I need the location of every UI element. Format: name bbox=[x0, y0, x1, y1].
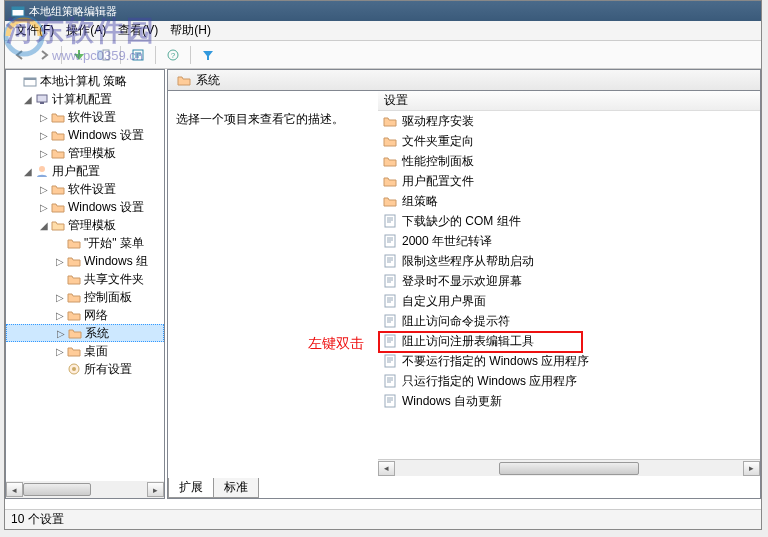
main-window: 本地组策略编辑器 文件(F) 操作(A) 查看(V) 帮助(H) ? 本地计算机… bbox=[4, 0, 762, 530]
list-item[interactable]: 自定义用户界面 bbox=[378, 291, 760, 311]
tree-shared[interactable]: 共享文件夹 bbox=[6, 270, 164, 288]
svg-rect-23 bbox=[385, 375, 395, 387]
tree-ctrl[interactable]: ▷控制面板 bbox=[6, 288, 164, 306]
list-item[interactable]: 文件夹重定向 bbox=[378, 131, 760, 151]
toolbar: ? bbox=[5, 41, 761, 69]
list-item[interactable]: 阻止访问命令提示符 bbox=[378, 311, 760, 331]
label: 系统 bbox=[85, 325, 109, 342]
svg-rect-11 bbox=[40, 102, 44, 104]
up-button[interactable] bbox=[70, 46, 88, 64]
svg-rect-4 bbox=[103, 50, 109, 60]
filter-button[interactable] bbox=[199, 46, 217, 64]
tab-extended[interactable]: 扩展 bbox=[168, 478, 214, 498]
list-item[interactable]: 登录时不显示欢迎屏幕 bbox=[378, 271, 760, 291]
tree-desktop[interactable]: ▷桌面 bbox=[6, 342, 164, 360]
label: 共享文件夹 bbox=[84, 271, 144, 288]
menu-view[interactable]: 查看(V) bbox=[112, 22, 164, 39]
label: 管理模板 bbox=[68, 145, 116, 162]
label: Windows 设置 bbox=[68, 127, 144, 144]
tree-pane: 本地计算机 策略 ◢计算机配置 ▷软件设置 ▷Windows 设置 ▷管理模板 … bbox=[5, 69, 165, 499]
svg-rect-15 bbox=[385, 215, 395, 227]
statusbar: 10 个设置 bbox=[5, 509, 761, 529]
label: 管理模板 bbox=[68, 217, 116, 234]
menubar: 文件(F) 操作(A) 查看(V) 帮助(H) bbox=[5, 21, 761, 41]
annotation-text: 左键双击 bbox=[308, 335, 364, 353]
list-item[interactable]: Windows 自动更新 bbox=[378, 391, 760, 411]
policy-icon bbox=[382, 353, 398, 369]
svg-rect-18 bbox=[385, 275, 395, 287]
policy-icon bbox=[382, 293, 398, 309]
label: Windows 组 bbox=[84, 253, 148, 270]
scroll-left-icon[interactable]: ◂ bbox=[6, 482, 23, 497]
policy-icon bbox=[382, 233, 398, 249]
tree-wincomp[interactable]: ▷Windows 组 bbox=[6, 252, 164, 270]
tree-net[interactable]: ▷网络 bbox=[6, 306, 164, 324]
tab-standard[interactable]: 标准 bbox=[213, 478, 259, 498]
scroll-right-icon[interactable]: ▸ bbox=[743, 461, 760, 476]
tree-hscrollbar[interactable]: ◂ ▸ bbox=[6, 481, 164, 498]
list-item-highlighted[interactable]: 阻止访问注册表编辑工具 bbox=[378, 331, 760, 351]
tree-soft1[interactable]: ▷软件设置 bbox=[6, 108, 164, 126]
status-text: 10 个设置 bbox=[11, 511, 64, 528]
tree-win2[interactable]: ▷Windows 设置 bbox=[6, 198, 164, 216]
scroll-thumb[interactable] bbox=[499, 462, 638, 475]
label: 所有设置 bbox=[84, 361, 132, 378]
label: Windows 设置 bbox=[68, 199, 144, 216]
svg-rect-16 bbox=[385, 235, 395, 247]
scroll-left-icon[interactable]: ◂ bbox=[378, 461, 395, 476]
svg-rect-24 bbox=[385, 395, 395, 407]
svg-point-14 bbox=[72, 367, 76, 371]
svg-rect-2 bbox=[12, 7, 24, 10]
svg-rect-3 bbox=[97, 50, 102, 60]
policy-icon bbox=[382, 373, 398, 389]
list-item[interactable]: 性能控制面板 bbox=[378, 151, 760, 171]
folder-icon bbox=[382, 193, 398, 209]
list-item[interactable]: 限制这些程序从帮助启动 bbox=[378, 251, 760, 271]
policy-icon bbox=[382, 253, 398, 269]
tree-admin1[interactable]: ▷管理模板 bbox=[6, 144, 164, 162]
show-hide-tree-button[interactable] bbox=[94, 46, 112, 64]
list-item[interactable]: 下载缺少的 COM 组件 bbox=[378, 211, 760, 231]
folder-icon bbox=[382, 133, 398, 149]
scroll-right-icon[interactable]: ▸ bbox=[147, 482, 164, 497]
label: 软件设置 bbox=[68, 181, 116, 198]
column-header-setting[interactable]: 设置 bbox=[378, 91, 760, 111]
list-item[interactable]: 驱动程序安装 bbox=[378, 111, 760, 131]
list-item[interactable]: 不要运行指定的 Windows 应用程序 bbox=[378, 351, 760, 371]
policy-icon bbox=[382, 333, 398, 349]
svg-point-12 bbox=[39, 166, 45, 172]
folder-icon bbox=[382, 173, 398, 189]
svg-rect-19 bbox=[385, 295, 395, 307]
export-button[interactable] bbox=[129, 46, 147, 64]
policy-icon bbox=[382, 393, 398, 409]
list-item[interactable]: 2000 年世纪转译 bbox=[378, 231, 760, 251]
bottom-tabs: 扩展 标准 bbox=[168, 478, 258, 498]
list-item[interactable]: 用户配置文件 bbox=[378, 171, 760, 191]
label: 计算机配置 bbox=[52, 91, 112, 108]
svg-text:?: ? bbox=[171, 51, 176, 60]
scroll-thumb[interactable] bbox=[23, 483, 91, 496]
tree-allset[interactable]: 所有设置 bbox=[6, 360, 164, 378]
tree-soft2[interactable]: ▷软件设置 bbox=[6, 180, 164, 198]
list-item[interactable]: 组策略 bbox=[378, 191, 760, 211]
tree-user-config[interactable]: ◢用户配置 bbox=[6, 162, 164, 180]
content-header: 系统 bbox=[167, 69, 761, 91]
folder-icon bbox=[382, 113, 398, 129]
list-hscrollbar[interactable]: ◂ ▸ bbox=[378, 459, 760, 476]
folder-icon bbox=[176, 72, 192, 88]
label: 用户配置 bbox=[52, 163, 100, 180]
label: "开始" 菜单 bbox=[84, 235, 144, 252]
tree-system[interactable]: ▷系统 bbox=[6, 324, 164, 342]
list-item[interactable]: 只运行指定的 Windows 应用程序 bbox=[378, 371, 760, 391]
menu-action[interactable]: 操作(A) bbox=[60, 22, 112, 39]
tree-admin2[interactable]: ◢管理模板 bbox=[6, 216, 164, 234]
svg-rect-22 bbox=[385, 355, 395, 367]
tree-start[interactable]: "开始" 菜单 bbox=[6, 234, 164, 252]
policy-icon bbox=[382, 273, 398, 289]
label: 控制面板 bbox=[84, 289, 132, 306]
tree-root[interactable]: 本地计算机 策略 bbox=[6, 72, 164, 90]
help-button[interactable]: ? bbox=[164, 46, 182, 64]
tree-win1[interactable]: ▷Windows 设置 bbox=[6, 126, 164, 144]
tree-computer-config[interactable]: ◢计算机配置 bbox=[6, 90, 164, 108]
menu-help[interactable]: 帮助(H) bbox=[164, 22, 217, 39]
